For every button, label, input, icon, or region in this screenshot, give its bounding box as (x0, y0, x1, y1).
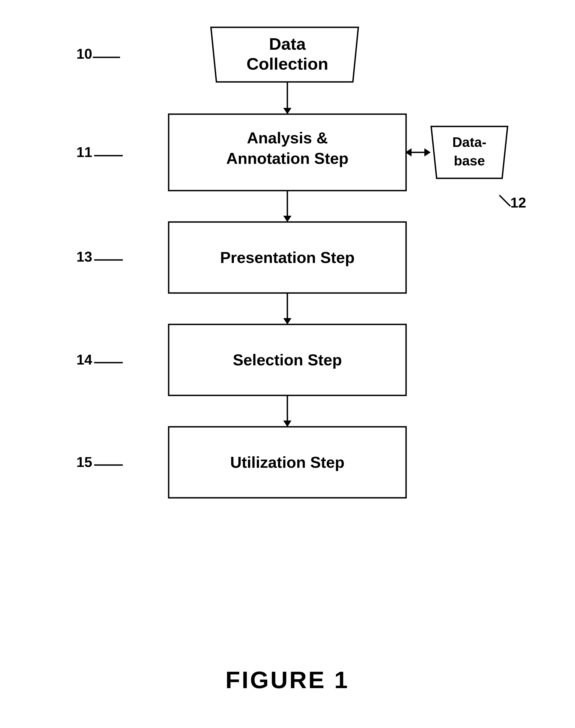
svg-marker-11 (283, 216, 292, 222)
database-text2: base (454, 153, 485, 168)
label-14: 14 (76, 352, 92, 368)
utilization-text: Utilization Step (230, 453, 345, 471)
figure-caption: FIGURE 1 (226, 666, 349, 693)
label-12: 12 (510, 195, 526, 211)
svg-line-9 (499, 195, 510, 206)
label-15: 15 (76, 454, 92, 470)
svg-marker-5 (431, 126, 508, 178)
data-collection-text2: Collection (246, 54, 328, 73)
svg-marker-7 (425, 148, 431, 156)
label-10: 10 (76, 46, 92, 62)
svg-marker-17 (283, 420, 292, 427)
label-11: 11 (76, 144, 92, 160)
svg-marker-3 (283, 108, 292, 114)
analysis-text2: Annotation Step (226, 149, 348, 167)
analysis-text1: Analysis & (247, 129, 328, 147)
label-13: 13 (76, 249, 92, 264)
presentation-text: Presentation Step (220, 249, 354, 266)
database-text1: Data- (452, 135, 486, 150)
selection-text: Selection Step (233, 351, 342, 369)
data-collection-text: Data (269, 34, 306, 53)
svg-marker-14 (283, 318, 292, 324)
